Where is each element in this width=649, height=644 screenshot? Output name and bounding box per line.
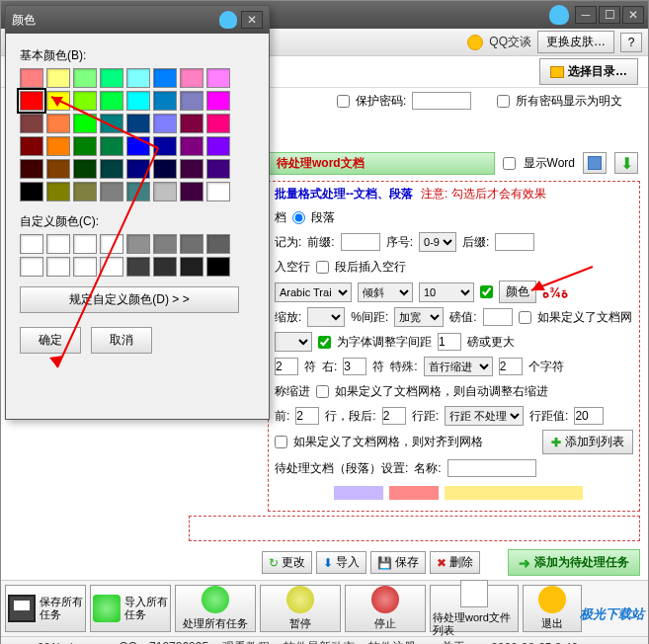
protect-input[interactable] <box>412 92 471 110</box>
custom-color-swatch[interactable] <box>20 257 43 277</box>
protect-checkbox[interactable] <box>337 95 350 108</box>
color-swatch[interactable] <box>100 136 123 156</box>
color-swatch[interactable] <box>126 114 150 133</box>
import-button[interactable]: ⬇导入 <box>316 551 366 574</box>
color-swatch[interactable] <box>153 114 177 133</box>
status-tutorial[interactable]: 观看教程 <box>222 639 270 644</box>
color-swatch[interactable] <box>180 136 203 156</box>
color-swatch[interactable] <box>206 182 230 201</box>
color-swatch[interactable] <box>46 159 70 179</box>
custom-color-swatch[interactable] <box>126 234 150 254</box>
skin-button[interactable]: 更换皮肤… <box>537 31 614 53</box>
pause-button[interactable]: 暂停 <box>260 585 341 632</box>
save-button[interactable]: 💾保存 <box>370 551 426 574</box>
custom-color-swatch[interactable] <box>100 234 123 254</box>
import-all-button[interactable]: 导入所有任务 <box>90 585 171 632</box>
exit-button[interactable]: 退出 <box>523 585 582 632</box>
custom-color-swatch[interactable] <box>20 234 43 254</box>
grid-align-checkbox[interactable] <box>275 436 287 448</box>
before-input[interactable] <box>295 407 319 425</box>
color-swatch[interactable] <box>100 91 123 111</box>
para-radio[interactable] <box>292 211 305 224</box>
after-input[interactable] <box>382 407 406 425</box>
status-about[interactable]: 关于… <box>442 639 477 644</box>
custom-color-swatch[interactable] <box>73 234 97 254</box>
color-swatch[interactable] <box>206 114 230 133</box>
cancel-button[interactable]: 取消 <box>91 327 152 354</box>
color-swatch[interactable] <box>20 159 43 179</box>
custom-color-swatch[interactable] <box>180 234 203 254</box>
color-swatch[interactable] <box>20 91 43 111</box>
ok-button[interactable]: 确定 <box>20 327 81 354</box>
color-swatch[interactable] <box>73 114 97 133</box>
process-all-button[interactable]: 处理所有任务 <box>175 585 256 632</box>
color-swatch[interactable] <box>73 182 97 201</box>
custom-color-swatch[interactable] <box>100 257 123 277</box>
download-word-button[interactable]: ⬇ <box>614 152 638 174</box>
color-swatch[interactable] <box>206 68 230 88</box>
color-swatch[interactable] <box>206 159 230 179</box>
adjust-checkbox[interactable] <box>318 336 331 349</box>
status-news[interactable]: 软件最新动态 <box>284 639 355 644</box>
custom-color-swatch[interactable] <box>46 234 70 254</box>
custom-color-swatch[interactable] <box>206 257 230 277</box>
color-swatch[interactable] <box>20 136 43 156</box>
color-swatch[interactable] <box>180 182 203 201</box>
font-select[interactable]: Arabic Trai <box>275 282 352 302</box>
color-swatch[interactable] <box>73 159 97 179</box>
widen-select[interactable]: 加宽 <box>394 307 444 327</box>
color-swatch[interactable] <box>100 114 123 133</box>
spacing-select[interactable]: 行距 不处理 <box>445 406 524 426</box>
color-swatch[interactable] <box>126 68 150 88</box>
adj-select[interactable] <box>275 332 312 352</box>
minimize-button[interactable]: ─ <box>575 6 597 24</box>
color-swatch[interactable] <box>153 182 177 201</box>
prefix-input[interactable] <box>341 233 380 251</box>
color-swatch[interactable] <box>206 91 230 111</box>
color-swatch[interactable] <box>153 136 177 156</box>
color-swatch[interactable] <box>73 68 97 88</box>
zoom-select[interactable] <box>307 307 345 327</box>
color-swatch[interactable] <box>126 182 150 201</box>
grid-checkbox[interactable] <box>519 311 531 324</box>
show-word-checkbox[interactable] <box>503 157 516 170</box>
grid-auto-checkbox[interactable] <box>316 385 329 398</box>
color-swatch[interactable] <box>46 182 70 201</box>
color-swatch[interactable] <box>73 91 97 111</box>
color-checkbox[interactable] <box>480 285 493 298</box>
exact-input[interactable] <box>483 308 513 326</box>
style-select[interactable]: 倾斜 <box>358 282 413 302</box>
seq-select[interactable]: 0-9 <box>419 232 456 252</box>
special-count-input[interactable] <box>499 358 523 375</box>
left-indent-input[interactable] <box>275 358 298 375</box>
color-swatch[interactable] <box>180 114 203 133</box>
special-select[interactable]: 首行缩进 <box>424 357 493 376</box>
color-swatch[interactable] <box>180 68 203 88</box>
custom-color-swatch[interactable] <box>180 257 203 277</box>
color-swatch[interactable] <box>180 159 203 179</box>
name-input[interactable] <box>447 459 536 477</box>
color-swatch[interactable] <box>46 114 70 133</box>
color-swatch[interactable] <box>20 182 43 201</box>
color-swatch[interactable] <box>100 159 123 179</box>
plaintext-checkbox[interactable] <box>497 95 510 108</box>
custom-color-swatch[interactable] <box>73 257 97 277</box>
color-swatch[interactable] <box>153 68 177 88</box>
maximize-button[interactable]: ☐ <box>599 6 620 24</box>
save-all-button[interactable]: 保存所有任务 <box>5 585 86 632</box>
right-indent-input[interactable] <box>343 358 366 375</box>
custom-color-swatch[interactable] <box>46 257 70 277</box>
status-url[interactable]: www.001help.com <box>9 641 105 645</box>
custom-color-swatch[interactable] <box>206 234 230 254</box>
color-swatch[interactable] <box>20 114 43 133</box>
custom-color-swatch[interactable] <box>153 257 177 277</box>
help-button[interactable]: ? <box>620 33 642 52</box>
color-swatch[interactable] <box>20 68 43 88</box>
color-swatch[interactable] <box>206 136 230 156</box>
color-swatch[interactable] <box>153 91 177 111</box>
qq-link[interactable]: QQ交谈 <box>489 34 531 50</box>
color-swatch[interactable] <box>153 159 177 179</box>
color-swatch[interactable] <box>46 91 70 111</box>
define-custom-button[interactable]: 规定自定义颜色(D) > > <box>20 286 239 313</box>
add-task-button[interactable]: ➜ 添加为待处理任务 <box>508 549 640 576</box>
